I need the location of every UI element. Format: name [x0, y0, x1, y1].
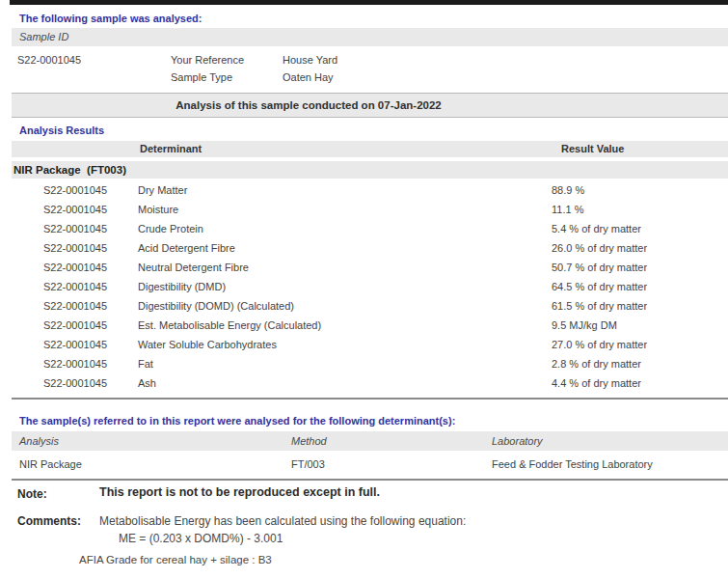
- result-row-value: 26.0 % of dry matter: [552, 238, 647, 258]
- result-row: S22-0001045Ash4.4 % of dry matter: [12, 373, 728, 393]
- section-divider-2: [12, 479, 728, 481]
- result-row: S22-0001045Dry Matter88.9 %: [12, 180, 728, 200]
- result-row: S22-0001045Digestibility (DOMD) (Calcula…: [12, 296, 728, 316]
- determinant-row-method: FT/003: [291, 454, 325, 475]
- comments-line-3: AFIA Grade for cereal hay + silage : B3: [79, 554, 272, 565]
- result-row-value: 64.5 % of dry matter: [552, 277, 647, 296]
- package-heading: NIR Package (FT003): [12, 161, 728, 179]
- result-row-id: S22-0001045: [43, 277, 107, 296]
- determinant-row-analysis: NIR Package: [19, 454, 82, 475]
- determinant-row: NIR PackageFT/003Feed & Fodder Testing L…: [12, 454, 728, 475]
- result-row-id: S22-0001045: [43, 238, 107, 258]
- result-row-value: 50.7 % of dry matter: [552, 258, 647, 277]
- sample-type-label: Sample Type: [171, 71, 232, 83]
- result-row-determinant: Digestibility (DMD): [138, 277, 226, 296]
- result-row-id: S22-0001045: [43, 373, 107, 393]
- result-row-value: 5.4 % of dry matter: [552, 219, 641, 238]
- result-row-determinant: Dry Matter: [138, 180, 187, 200]
- method-column-header: Method: [291, 431, 327, 451]
- result-row-id: S22-0001045: [43, 335, 107, 354]
- laboratory-column-header: Laboratory: [492, 431, 543, 451]
- result-row-determinant: Digestibility (DOMD) (Calculated): [138, 296, 294, 316]
- result-row-value: 27.0 % of dry matter: [552, 335, 647, 354]
- result-row-determinant: Acid Detergent Fibre: [138, 238, 235, 258]
- sample-id-label: Sample ID: [12, 28, 728, 46]
- note-label: Note:: [17, 487, 47, 501]
- result-row-id: S22-0001045: [43, 296, 107, 316]
- result-row-id: S22-0001045: [43, 258, 107, 277]
- result-row: S22-0001045Fat2.8 % of dry matter: [12, 354, 728, 373]
- package-heading-band: NIR Package (FT003): [12, 161, 728, 179]
- result-row-value: 11.1 %: [552, 200, 583, 219]
- section-divider: [12, 398, 728, 400]
- result-row-value: 88.9 %: [552, 180, 584, 200]
- result-row: S22-0001045Est. Metabolisable Energy (Ca…: [12, 316, 728, 335]
- sample-id-value: S22-0001045: [17, 54, 81, 66]
- comments-label: Comments:: [17, 514, 81, 528]
- result-row-id: S22-0001045: [43, 316, 107, 335]
- result-row-value: 9.5 MJ/kg DM: [552, 316, 617, 335]
- note-text: This report is not to be reproduced exce…: [99, 485, 380, 499]
- result-value-column-header: Result Value: [561, 141, 624, 157]
- result-row-determinant: Moisture: [138, 200, 178, 219]
- report-page: The following sample was analysed: Sampl…: [0, 0, 728, 579]
- analysed-heading: The following sample was analysed:: [19, 13, 202, 24]
- conducted-banner-text: Analysis of this sample conducted on 07-…: [12, 94, 606, 117]
- result-row: S22-0001045Acid Detergent Fibre26.0 % of…: [12, 238, 728, 258]
- determinant-column-header: Determinant: [140, 141, 202, 157]
- determinants-rows: NIR PackageFT/003Feed & Fodder Testing L…: [12, 454, 728, 475]
- analysis-column-header: Analysis: [19, 431, 59, 451]
- result-row-id: S22-0001045: [43, 200, 107, 219]
- your-reference-label: Your Reference: [171, 54, 244, 66]
- result-row: S22-0001045Crude Protein5.4 % of dry mat…: [12, 219, 728, 238]
- sample-id-band: Sample ID: [12, 28, 728, 46]
- determinants-heading: The sample(s) referred to in this report…: [19, 415, 455, 427]
- determinants-column-header: Analysis Method Laboratory: [12, 431, 728, 451]
- result-row-id: S22-0001045: [43, 354, 107, 373]
- result-row-value: 61.5 % of dry matter: [552, 296, 647, 316]
- result-row-determinant: Crude Protein: [138, 219, 203, 238]
- result-row-determinant: Est. Metabolisable Energy (Calculated): [138, 316, 321, 335]
- results-column-header: Determinant Result Value: [12, 141, 728, 157]
- result-row-determinant: Ash: [138, 373, 156, 393]
- conducted-banner-band: Analysis of this sample conducted on 07-…: [12, 93, 728, 118]
- analysis-results-heading: Analysis Results: [19, 124, 104, 136]
- result-row: S22-0001045Moisture11.1 %: [12, 200, 728, 219]
- result-row: S22-0001045Digestibility (DMD)64.5 % of …: [12, 277, 728, 296]
- result-row-id: S22-0001045: [43, 219, 107, 238]
- result-row: S22-0001045Neutral Detergent Fibre50.7 %…: [12, 258, 728, 277]
- comments-line-2: ME = (0.203 x DOMD%) - 3.001: [119, 532, 283, 545]
- result-row: S22-0001045Water Soluble Carbohydrates27…: [12, 335, 728, 354]
- result-row-id: S22-0001045: [43, 180, 107, 200]
- result-row-value: 4.4 % of dry matter: [552, 373, 641, 393]
- results-rows: S22-0001045Dry Matter88.9 %S22-0001045Mo…: [12, 180, 728, 393]
- page-top-border: [10, 0, 728, 5]
- result-row-value: 2.8 % of dry matter: [552, 354, 641, 373]
- your-reference-value: House Yard: [283, 54, 337, 66]
- comments-line-1: Metabolisable Energy has been calculated…: [99, 514, 466, 528]
- result-row-determinant: Fat: [138, 354, 153, 373]
- result-row-determinant: Water Soluble Carbohydrates: [138, 335, 277, 354]
- sample-type-value: Oaten Hay: [283, 71, 334, 83]
- result-row-determinant: Neutral Detergent Fibre: [138, 258, 249, 277]
- determinant-row-laboratory: Feed & Fodder Testing Laboratory: [492, 454, 653, 475]
